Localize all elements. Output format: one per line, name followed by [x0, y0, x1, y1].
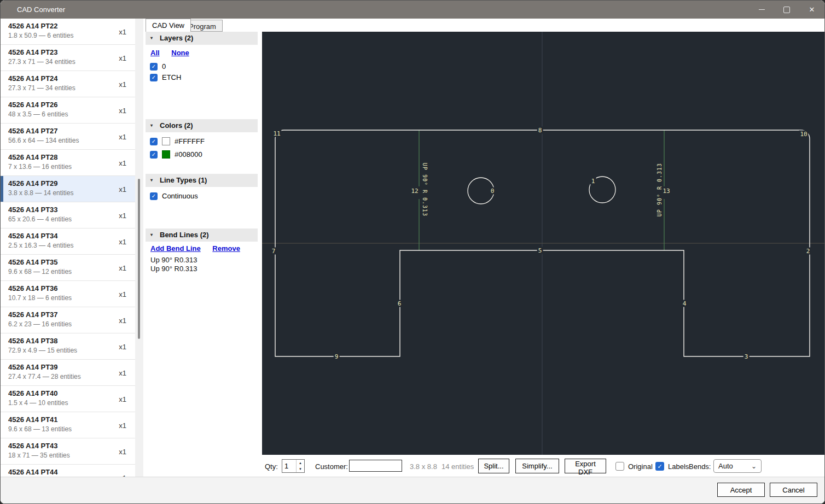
bend-line-entry[interactable]: Up 90° R0.313 — [146, 264, 258, 273]
list-item[interactable]: 4526 A14 PT401.5 x 4 — 10 entitiesx1 — [1, 386, 135, 412]
list-item[interactable]: 4526 A14 PT342.5 x 16.3 — 4 entitiesx1 — [1, 228, 135, 255]
bend-lines-section: ▾ Bend Lines (2) Add Bend Line Remove Up… — [146, 228, 258, 273]
original-checkbox[interactable] — [615, 462, 624, 471]
maximize-button[interactable] — [774, 1, 799, 19]
scrollbar-thumb[interactable] — [138, 179, 140, 339]
tab-cad-view[interactable]: CAD View — [146, 19, 191, 32]
entity-label: 10 — [799, 131, 808, 138]
part-title: 4526 A14 PT28 — [8, 153, 58, 161]
cad-toolbar: Qty: ▲ ▼ Customer: 3.8 x 8.8 14 entities… — [143, 455, 825, 478]
entity-label: 13 — [661, 187, 671, 195]
entity-label: 9 — [334, 353, 340, 360]
part-qty: x1 — [119, 27, 126, 36]
part-details: 2.5 x 16.3 — 4 entities — [8, 242, 73, 249]
layer-etch-checkbox[interactable]: ✓ — [150, 74, 158, 81]
list-item[interactable]: 4526 A14 PT419.6 x 68 — 13 entitiesx1 — [1, 412, 135, 438]
layers-header[interactable]: ▾ Layers (2) — [146, 32, 258, 45]
collapse-icon: ▾ — [150, 174, 153, 187]
split-button[interactable]: Split... — [478, 459, 509, 473]
colors-header[interactable]: ▾ Colors (2) — [146, 119, 258, 132]
list-item[interactable]: 4526 A14 PT3610.7 x 18 — 6 entitiesx1 — [1, 281, 135, 307]
list-item[interactable]: 4526 A14 PT4318 x 71 — 35 entitiesx1 — [1, 438, 135, 465]
part-title: 4526 A14 PT39 — [8, 363, 58, 371]
entity-label: 11 — [272, 130, 281, 137]
line-types-header[interactable]: ▾ Line Types (1) — [146, 174, 258, 187]
part-title: 4526 A14 PT40 — [8, 389, 58, 397]
list-item-selected[interactable]: 4526 A14 PT293.8 x 8.8 — 14 entitiesx1 — [1, 176, 135, 202]
bend-annotation: UP 90° R 0.313 — [656, 163, 663, 216]
entity-label: 0 — [490, 187, 496, 195]
customer-label: Customer: — [315, 462, 348, 471]
main-area: CAD View Program ▾ Layers (2) All None ✓… — [143, 19, 825, 478]
list-item[interactable]: 4526 A14 PT2327.3 x 71 — 34 entitiesx1 — [1, 45, 135, 71]
close-button[interactable]: ✕ — [799, 1, 824, 19]
part-qty: x1 — [119, 237, 126, 245]
spin-up-icon[interactable]: ▲ — [297, 460, 304, 466]
list-item[interactable]: 4526 A14 PT221.8 x 50.9 — 6 entitiesx1 — [1, 19, 135, 45]
entity-label: 8 — [537, 127, 543, 134]
part-qty: x1 — [119, 263, 126, 272]
list-item[interactable]: 4526 A14 PT2427.3 x 71 — 34 entitiesx1 — [1, 71, 135, 97]
layers-none-link[interactable]: None — [171, 49, 189, 57]
minimize-button[interactable] — [749, 1, 774, 19]
continuous-checkbox[interactable]: ✓ — [150, 192, 158, 200]
color-green-label: #008000 — [175, 150, 202, 159]
list-item[interactable]: 4526 A14 PT376.2 x 23 — 16 entitiesx1 — [1, 307, 135, 333]
cad-viewport[interactable]: 0 1 2 3 4 5 6 7 8 9 10 11 12 13 UP 90° R… — [262, 32, 824, 456]
bend-annotation: UP 90° R 0.313 — [422, 163, 428, 216]
list-item[interactable]: 4526 A14 PT359.6 x 68 — 12 entitiesx1 — [1, 255, 135, 281]
add-bend-line-link[interactable]: Add Bend Line — [150, 244, 201, 253]
part-list: 4526 A14 PT221.8 x 50.9 — 6 entitiesx1 4… — [1, 19, 135, 478]
list-item[interactable]: 4526 A14 PT2648 x 3.5 — 6 entitiesx1 — [1, 97, 135, 124]
part-qty: x1 — [119, 211, 126, 219]
cad-drawing — [262, 32, 824, 455]
color-white-label: #FFFFFF — [175, 137, 205, 145]
simplify-button[interactable]: Simplify... — [515, 459, 559, 473]
green-color-swatch — [162, 150, 170, 159]
bend-lines-header[interactable]: ▾ Bend Lines (2) — [146, 228, 258, 242]
accept-button[interactable]: Accept — [717, 483, 765, 497]
part-details: 27.3 x 71 — 34 entities — [8, 58, 75, 66]
bends-dropdown[interactable]: Auto ⌄ — [713, 459, 762, 473]
part-details: 3.8 x 8.8 — 14 entities — [8, 189, 73, 197]
entity-label: 5 — [537, 247, 543, 254]
part-title: 4526 A14 PT33 — [8, 206, 58, 214]
color-green-checkbox[interactable]: ✓ — [150, 151, 158, 159]
part-details: 1.8 x 50.9 — 6 entities — [8, 32, 73, 39]
list-item[interactable]: 4526 A14 PT2756.6 x 64 — 134 entitiesx1 — [1, 124, 135, 150]
check-icon: ✓ — [152, 152, 156, 157]
part-list-scrollbar[interactable] — [135, 19, 143, 478]
entity-label: 7 — [271, 248, 277, 255]
part-qty: x1 — [119, 290, 126, 298]
part-qty: x1 — [119, 80, 126, 88]
list-item[interactable]: 4526 A14 PT3927.4 x 77.4 — 28 entitiesx1 — [1, 360, 135, 386]
bend-line-entry[interactable]: Up 90° R0.313 — [146, 255, 258, 264]
remove-bend-line-link[interactable]: Remove — [212, 244, 240, 253]
check-icon: ✓ — [152, 64, 156, 69]
cancel-button[interactable]: Cancel — [770, 483, 817, 497]
bend-lines-title: Bend Lines (2) — [160, 231, 209, 239]
layers-section: ▾ Layers (2) All None ✓ 0 ✓ ETCH — [146, 32, 258, 82]
labels-checkbox[interactable]: ✓ — [655, 462, 664, 471]
list-item[interactable]: 4526 A14 PT287 x 13.6 — 16 entitiesx1 — [1, 150, 135, 176]
part-title: 4526 A14 PT37 — [8, 310, 58, 319]
layer-0-checkbox[interactable]: ✓ — [150, 63, 158, 71]
bends-selected-value: Auto — [714, 462, 751, 470]
part-details: 6.2 x 23 — 16 entities — [8, 320, 72, 328]
export-dxf-button[interactable]: Export DXF — [565, 459, 606, 473]
quantity-input[interactable] — [282, 460, 296, 472]
spin-down-icon[interactable]: ▼ — [297, 466, 304, 473]
part-title: 4526 A14 PT35 — [8, 258, 58, 266]
tab-bar: CAD View Program — [143, 19, 825, 32]
layers-all-link[interactable]: All — [150, 49, 160, 57]
part-qty: x1 — [119, 421, 126, 429]
customer-input[interactable] — [349, 460, 402, 472]
color-white-checkbox[interactable]: ✓ — [150, 138, 158, 145]
list-item[interactable]: 4526 A14 PT44x1 — [1, 465, 135, 478]
quantity-stepper[interactable]: ▲ ▼ — [282, 459, 305, 473]
list-item[interactable]: 4526 A14 PT3872.9 x 4.9 — 15 entitiesx1 — [1, 333, 135, 360]
close-icon: ✕ — [809, 5, 815, 14]
entity-label: 4 — [682, 300, 688, 307]
layer-etch-label: ETCH — [162, 73, 181, 81]
list-item[interactable]: 4526 A14 PT3365 x 20.6 — 4 entitiesx1 — [1, 202, 135, 228]
